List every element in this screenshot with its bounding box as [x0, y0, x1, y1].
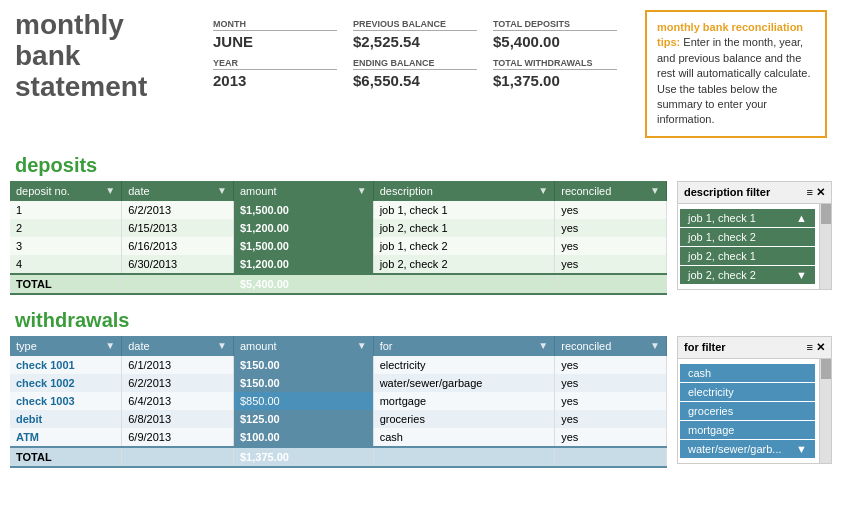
col-w-date[interactable]: date▼ [122, 336, 234, 356]
total-withdrawals-cell: TOTAL WITHDRAWALS $1,375.00 [485, 54, 625, 93]
w-for: electricity [373, 356, 555, 374]
total-deposits-label: TOTAL DEPOSITS [493, 19, 617, 31]
col-w-reconciled[interactable]: reconciled▼ [555, 336, 667, 356]
withdrawals-table: type▼ date▼ amount▼ for▼ reconciled▼ [10, 336, 667, 468]
filter-arrow-w-amount[interactable]: ▼ [357, 340, 367, 351]
withdrawals-section: type▼ date▼ amount▼ for▼ reconciled▼ [0, 336, 842, 476]
deposits-filter-label: description filter [684, 186, 770, 198]
w-filter-item-0[interactable]: cash [680, 364, 815, 382]
deposit-date: 6/30/2013 [122, 255, 234, 274]
deposits-filter-scroll-area: job 1, check 1 ▲ job 1, check 2 job 2, c… [678, 204, 831, 289]
withdrawals-filter-box: for filter ≡ ✕ cash electricity grocerie… [677, 336, 832, 468]
prev-balance-cell: PREVIOUS BALANCE $2,525.54 [345, 15, 485, 54]
w-for: cash [373, 428, 555, 447]
total-withdrawals-label: TOTAL WITHDRAWALS [493, 58, 617, 70]
deposit-row: 3 6/16/2013 $1,500.00 job 1, check 2 yes [10, 237, 667, 255]
deposit-amount: $1,500.00 [233, 201, 373, 219]
w-filter-item-4[interactable]: water/sewer/garb... ▼ [680, 440, 815, 458]
deposit-amount: $1,200.00 [233, 255, 373, 274]
deposit-description: job 1, check 1 [373, 201, 555, 219]
withdrawal-row: check 1002 6/2/2013 $150.00 water/sewer/… [10, 374, 667, 392]
deposit-description: job 2, check 1 [373, 219, 555, 237]
col-w-amount[interactable]: amount▼ [233, 336, 373, 356]
col-deposit-no[interactable]: deposit no.▼ [10, 181, 122, 201]
w-date: 6/4/2013 [122, 392, 234, 410]
deposits-table: deposit no.▼ date▼ amount▼ description▼ [10, 181, 667, 295]
w-amount: $100.00 [233, 428, 373, 447]
filter-arrow-w-reconciled[interactable]: ▼ [650, 340, 660, 351]
withdrawals-scrollbar-thumb[interactable] [821, 359, 831, 379]
withdrawals-total-row: TOTAL $1,375.00 [10, 447, 667, 467]
total-withdrawals-value: $1,375.00 [493, 72, 617, 89]
filter-arrow-deposit-desc[interactable]: ▼ [538, 185, 548, 196]
w-reconciled: yes [555, 392, 667, 410]
w-reconciled: yes [555, 428, 667, 447]
col-deposit-amount[interactable]: amount▼ [233, 181, 373, 201]
withdrawals-scrollbar[interactable] [819, 359, 831, 463]
deposit-amount: $1,200.00 [233, 219, 373, 237]
deposit-description: job 2, check 2 [373, 255, 555, 274]
withdrawal-row: debit 6/8/2013 $125.00 groceries yes [10, 410, 667, 428]
prev-balance-value: $2,525.54 [353, 33, 477, 50]
filter-arrow-deposit-amount[interactable]: ▼ [357, 185, 367, 196]
w-amount: $850.00 [233, 392, 373, 410]
deposits-section: deposit no.▼ date▼ amount▼ description▼ [0, 181, 842, 303]
col-deposit-reconciled[interactable]: reconciled▼ [555, 181, 667, 201]
total-deposits-value: $5,400.00 [493, 33, 617, 50]
filter-item-3[interactable]: job 2, check 2 ▼ [680, 266, 815, 284]
deposit-reconciled: yes [555, 201, 667, 219]
filter-arrow-deposit-date[interactable]: ▼ [217, 185, 227, 196]
deposit-description: job 1, check 2 [373, 237, 555, 255]
year-cell: YEAR 2013 [205, 54, 345, 93]
filter-item-1[interactable]: job 1, check 2 [680, 228, 815, 246]
withdrawals-filter-header: for filter ≡ ✕ [677, 336, 832, 359]
filter-arrow-w-date[interactable]: ▼ [217, 340, 227, 351]
tip-box: monthly bank reconciliation tips: Enter … [645, 10, 827, 138]
filter-arrow-for[interactable]: ▼ [538, 340, 548, 351]
col-deposit-description[interactable]: description▼ [373, 181, 555, 201]
w-for: groceries [373, 410, 555, 428]
filter-arrow-type[interactable]: ▼ [105, 340, 115, 351]
filter-arrow-deposit-reconciled[interactable]: ▼ [650, 185, 660, 196]
w-date: 6/2/2013 [122, 374, 234, 392]
withdrawal-row: check 1001 6/1/2013 $150.00 electricity … [10, 356, 667, 374]
deposit-reconciled: yes [555, 237, 667, 255]
deposits-scrollbar-thumb[interactable] [821, 204, 831, 224]
col-w-type[interactable]: type▼ [10, 336, 122, 356]
withdrawals-filter-label: for filter [684, 341, 726, 353]
deposit-reconciled: yes [555, 219, 667, 237]
w-type: check 1002 [10, 374, 122, 392]
deposits-scrollbar[interactable] [819, 204, 831, 289]
col-deposit-date[interactable]: date▼ [122, 181, 234, 201]
withdrawals-total-amount: $1,375.00 [233, 447, 373, 467]
w-filter-item-1[interactable]: electricity [680, 383, 815, 401]
deposit-amount: $1,500.00 [233, 237, 373, 255]
withdrawals-filter-list: cash electricity groceries mortgage wate… [677, 359, 832, 464]
w-filter-item-2[interactable]: groceries [680, 402, 815, 420]
w-filter-icons[interactable]: ≡ ✕ [807, 341, 825, 354]
page-title: monthly bank statement [15, 10, 185, 102]
deposit-row: 4 6/30/2013 $1,200.00 job 2, check 2 yes [10, 255, 667, 274]
deposit-reconciled: yes [555, 255, 667, 274]
filter-item-2[interactable]: job 2, check 1 [680, 247, 815, 265]
w-amount: $150.00 [233, 374, 373, 392]
withdrawal-row: ATM 6/9/2013 $100.00 cash yes [10, 428, 667, 447]
deposit-date: 6/2/2013 [122, 201, 234, 219]
col-w-for[interactable]: for▼ [373, 336, 555, 356]
filter-icons[interactable]: ≡ ✕ [807, 186, 825, 199]
filter-arrow-deposit-no[interactable]: ▼ [105, 185, 115, 196]
ending-balance-value: $6,550.54 [353, 72, 477, 89]
total-deposits-cell: TOTAL DEPOSITS $5,400.00 [485, 15, 625, 54]
deposits-table-wrap: deposit no.▼ date▼ amount▼ description▼ [10, 181, 667, 295]
w-reconciled: yes [555, 356, 667, 374]
app-container: monthly bank statement MONTH JUNE PREVIO… [0, 0, 842, 476]
w-for: water/sewer/garbage [373, 374, 555, 392]
w-amount: $150.00 [233, 356, 373, 374]
w-type: check 1003 [10, 392, 122, 410]
w-filter-item-3[interactable]: mortgage [680, 421, 815, 439]
deposits-section-header: deposits [0, 148, 842, 181]
filter-item-0[interactable]: job 1, check 1 ▲ [680, 209, 815, 227]
w-type: ATM [10, 428, 122, 447]
withdrawals-section-header: withdrawals [0, 303, 842, 336]
year-value: 2013 [213, 72, 337, 89]
